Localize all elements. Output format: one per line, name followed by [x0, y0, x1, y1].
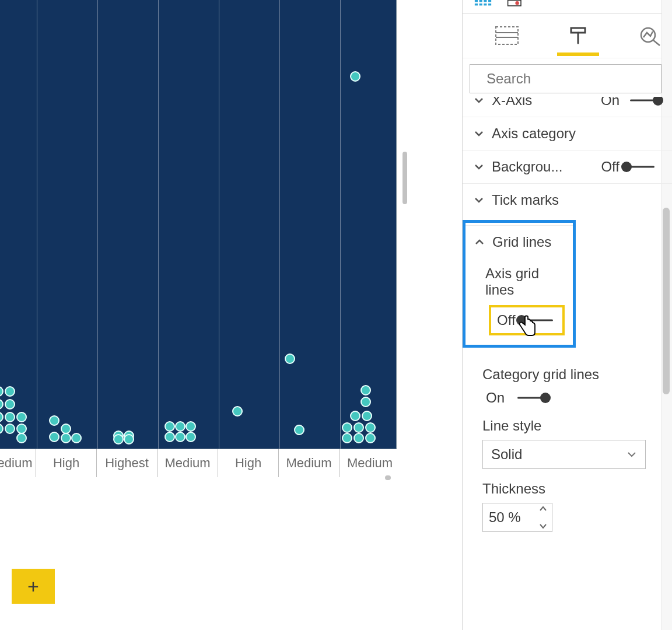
- fields-tab[interactable]: [486, 24, 528, 58]
- data-point[interactable]: [342, 433, 352, 443]
- thickness-label: Thickness: [463, 469, 672, 503]
- data-point[interactable]: [365, 422, 376, 433]
- x-axis-category: High: [218, 449, 279, 477]
- data-point[interactable]: [342, 422, 352, 433]
- chevron-down-icon: [473, 161, 485, 173]
- data-point[interactable]: [285, 354, 295, 364]
- svg-rect-5: [480, 4, 482, 5]
- chevron-up-icon[interactable]: [539, 506, 547, 512]
- data-point[interactable]: [186, 421, 196, 432]
- visual-vertical-scrollbar[interactable]: [401, 0, 408, 449]
- data-point[interactable]: [5, 424, 15, 434]
- x-axis-toggle[interactable]: On: [601, 97, 658, 108]
- svg-rect-3: [488, 0, 491, 2]
- data-point[interactable]: [350, 411, 360, 421]
- data-point[interactable]: [164, 432, 175, 442]
- search-input[interactable]: [487, 71, 661, 87]
- grid-lines-highlight: Grid lines Axis grid lines Off: [463, 220, 576, 348]
- data-point[interactable]: [5, 412, 15, 422]
- data-point[interactable]: [61, 433, 71, 443]
- thickness-stepper[interactable]: 50 %: [482, 503, 552, 532]
- x-axis-labels: ediumHighHighestMediumHighMediumMedium: [0, 449, 397, 477]
- data-point[interactable]: [186, 432, 196, 442]
- section-label: Backgrou...: [492, 159, 594, 175]
- chevron-down-icon: [473, 97, 485, 106]
- category-gridline: [219, 0, 219, 449]
- data-point[interactable]: [16, 433, 27, 443]
- data-point[interactable]: [164, 421, 175, 432]
- pane-scrollbar[interactable]: [663, 208, 670, 394]
- data-point[interactable]: [49, 432, 60, 442]
- section-background[interactable]: Backgrou... Off: [463, 150, 672, 183]
- section-x-axis[interactable]: X-Axis On: [463, 97, 672, 117]
- data-point[interactable]: [354, 422, 364, 433]
- data-point[interactable]: [354, 433, 364, 443]
- chevron-down-icon[interactable]: [539, 523, 547, 529]
- data-point[interactable]: [124, 434, 134, 444]
- svg-point-9: [515, 1, 519, 5]
- grid-icon: [474, 0, 495, 7]
- data-point[interactable]: [0, 412, 4, 422]
- section-grid-lines[interactable]: Grid lines: [466, 225, 573, 258]
- section-label: Tick marks: [492, 192, 658, 208]
- x-axis-category: Medium: [158, 449, 218, 477]
- data-point[interactable]: [0, 386, 4, 397]
- data-point[interactable]: [232, 406, 243, 416]
- section-axis-category[interactable]: Axis category: [463, 117, 672, 150]
- section-label: X-Axis: [492, 97, 594, 108]
- chevron-down-icon: [473, 128, 485, 139]
- section-tick-marks[interactable]: Tick marks: [463, 183, 672, 216]
- data-point[interactable]: [49, 415, 60, 426]
- pane-tabs: [463, 14, 672, 58]
- data-point[interactable]: [0, 399, 4, 410]
- background-toggle[interactable]: Off: [601, 159, 658, 175]
- visual-horizontal-scrollbar[interactable]: [0, 474, 397, 481]
- data-point[interactable]: [360, 385, 371, 396]
- custom-visual-icon: [507, 0, 526, 7]
- data-point[interactable]: [71, 433, 82, 443]
- plus-icon: +: [27, 575, 39, 598]
- x-axis-category: Medium: [279, 449, 340, 477]
- x-axis-category: High: [36, 449, 97, 477]
- data-point[interactable]: [360, 397, 371, 407]
- line-style-label: Line style: [463, 406, 672, 440]
- category-gridline: [97, 0, 98, 449]
- svg-rect-1: [480, 0, 482, 2]
- svg-rect-6: [484, 4, 487, 5]
- data-point[interactable]: [175, 432, 186, 442]
- svg-rect-2: [484, 0, 487, 2]
- svg-rect-0: [475, 0, 478, 2]
- category-gridline: [279, 0, 280, 449]
- x-axis-category: Highest: [97, 449, 158, 477]
- category-gridline: [340, 0, 341, 449]
- format-tab[interactable]: [557, 24, 599, 58]
- add-page-button[interactable]: +: [12, 569, 55, 604]
- svg-line-14: [653, 40, 660, 46]
- data-point[interactable]: [5, 399, 15, 410]
- chevron-down-icon: [626, 449, 637, 460]
- report-canvas[interactable]: ediumHighHighestMediumHighMediumMedium +: [0, 0, 462, 630]
- data-point[interactable]: [350, 71, 360, 82]
- line-style-select[interactable]: Solid: [482, 440, 646, 469]
- visual-frame[interactable]: ediumHighHighestMediumHighMediumMedium: [0, 0, 426, 481]
- format-search[interactable]: [470, 64, 662, 93]
- svg-rect-10: [496, 27, 518, 44]
- data-point[interactable]: [294, 425, 304, 435]
- chevron-up-icon: [474, 236, 485, 248]
- x-axis-category: Medium: [340, 449, 400, 477]
- chevron-down-icon: [473, 194, 485, 206]
- data-point[interactable]: [0, 424, 4, 434]
- data-point[interactable]: [5, 386, 15, 397]
- svg-rect-4: [475, 4, 478, 5]
- data-point[interactable]: [113, 434, 124, 444]
- visualizations-format-pane: X-Axis On Axis category Backgrou... Off: [462, 0, 672, 630]
- x-axis-category: edium: [0, 449, 36, 477]
- data-point[interactable]: [175, 421, 186, 432]
- data-point[interactable]: [365, 433, 376, 443]
- axis-grid-lines-toggle[interactable]: Off: [489, 305, 565, 335]
- svg-rect-7: [488, 4, 491, 5]
- category-grid-lines-toggle[interactable]: On: [486, 390, 658, 406]
- data-point[interactable]: [16, 412, 27, 422]
- scatter-plot[interactable]: [0, 0, 397, 449]
- data-point[interactable]: [362, 411, 372, 421]
